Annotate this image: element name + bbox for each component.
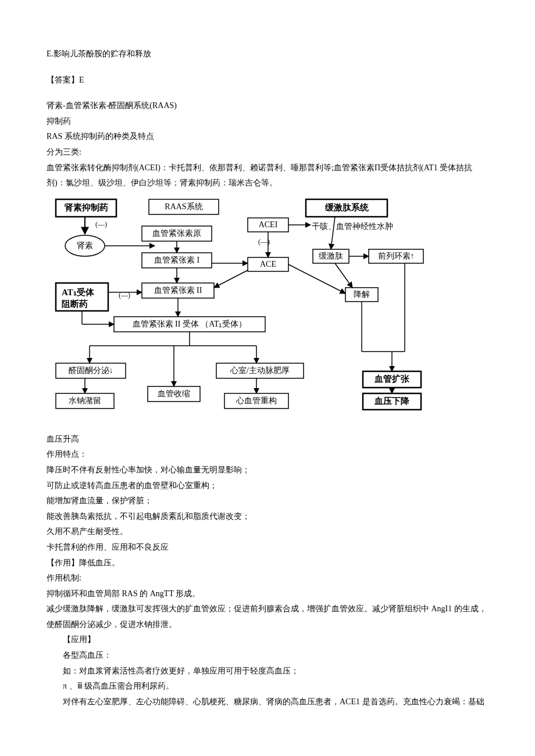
vasodilate-label: 血管扩张 [374,374,410,384]
after-l14: 如：对血浆肾素活性高者疗效更好，单独应用可用于轻度高血压； [47,664,488,679]
after-l12: 【应用】 [47,632,488,648]
remodel-label: 心血管重构 [236,396,277,405]
ace-label: ACE [260,260,276,268]
ang1-label: 血管紧张素 I [154,256,200,264]
renin-inhib-label: 肾素抑制药 [65,203,108,212]
option-e-line: E.影响儿茶酚胺的贮存和释放 [47,46,488,62]
after-l0: 血压升高 [47,432,488,447]
after-l1: 作用特点： [47,447,488,463]
ang2-label: 血管紧张素 II [154,286,202,295]
cough-edema-label: 干咳、血管神经性水肿 [312,222,393,231]
aldo-down-label: 醛固酮分泌↓ [69,366,113,375]
prostacyclin-label: 前列环素↑ [378,252,415,260]
after-l5: 能改善胰岛素抵抗，不引起电解质紊乱和脂质代谢改变； [47,509,488,525]
svg-line-32 [335,263,352,288]
after-l10: 抑制循环和血管局部 RAS 的 AngTT 形成。 [47,586,488,602]
bp-down-label: 血压下降 [374,396,410,406]
lvh-label: 心室/主动脉肥厚 [230,366,290,375]
after-l13: 各型高血压： [47,648,488,664]
renin-label: 肾素 [77,241,93,250]
at1-block-label-1: AT₁受体 [62,288,95,297]
answer-line: 【答案】E [47,73,488,88]
after-l3: 可防止或逆转高血压患者的血管壁和心室重构； [47,478,488,494]
na-retention-label: 水钠潴留 [69,396,101,405]
notes-line-4: 分为三类: [47,145,488,160]
after-l16: 对伴有左心室肥厚、左心功能障碍、心肌梗死、糖尿病、肾病的高血压患者，ACE1 是… [47,694,488,710]
degrade-label: 降解 [354,290,370,299]
bradykinin-sys-label: 缓激肽系统 [324,203,369,212]
at1-block-label-2: 阻断药 [62,299,88,309]
ang2-receptor-label: 血管紧张素 II 受体 （AT₁受体） [133,320,247,328]
after-l4: 能增加肾血流量，保护肾脏； [47,493,488,509]
after-l2: 降压时不伴有反射性心率加快，对心输血量无明显影响； [47,463,488,478]
after-l15: π 、ⅲ 级高血压需合用利尿药。 [47,679,488,694]
svg-line-29 [288,264,345,293]
acei-label: ACEI [259,220,278,229]
after-l11: 减少缓激肽降解，缓激肽可发挥强大的扩血管效应；促进前列腺素合成，增强扩血管效应。… [47,601,488,632]
notes-line-3: RAS 系统抑制药的种类及特点 [47,129,488,145]
after-l6: 久用不易产生耐受性。 [47,524,488,540]
bradykinin-label: 缓激肽 [319,252,343,260]
angiotensinogen-label: 血管紧张素原 [152,229,201,238]
raas-sys-label: RAAS系统 [165,202,202,211]
after-l8: 【作用】降低血压。 [47,556,488,571]
notes-line-1: 肾素-血管紧张素-醛固酮系统(RAAS) [47,98,488,114]
neg-1: (—) [95,220,107,228]
raas-diagram: 肾素抑制药 RAAS系统 缓激肽系统 血管紧张素原 ACEI 干咳、血管神经性水… [50,195,488,429]
notes-line-5: 血管紧张素转化酶抑制剂(ACEI)：卡托普利、依那普利、赖诺普利、唾那普利等;血… [47,160,488,191]
vasoconstrict-label: 血管收缩 [158,389,190,398]
after-l9: 作用机制: [47,571,488,586]
notes-line-2: 抑制药 [47,114,488,130]
svg-line-28 [214,270,248,288]
after-l7: 卡托普利的作用、应用和不良反应 [47,540,488,556]
